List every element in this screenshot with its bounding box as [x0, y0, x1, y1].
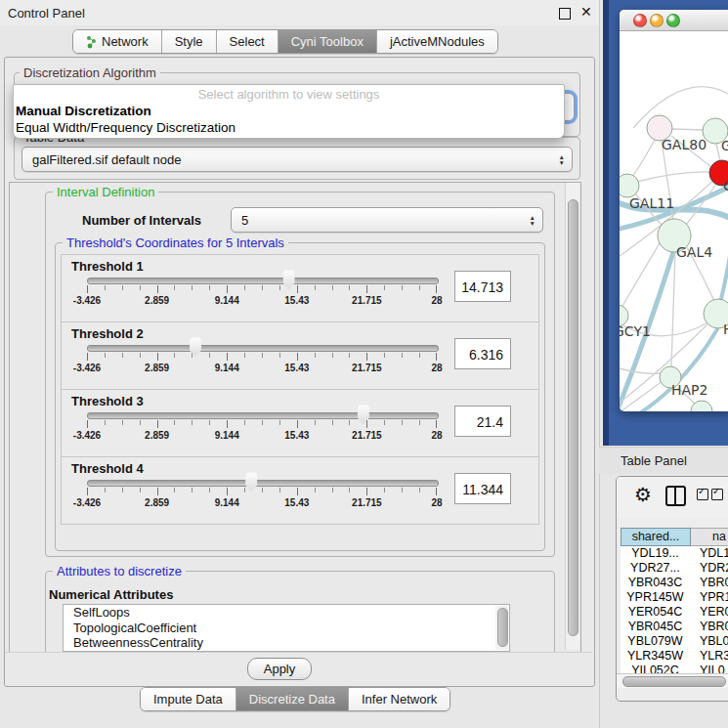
number-of-intervals-combobox[interactable]: 5 ▲ ▼: [231, 207, 543, 233]
combobox-stepper-icon[interactable]: ▲ ▼: [559, 154, 565, 165]
threshold-1-value-field[interactable]: 14.713: [454, 271, 511, 302]
apply-strip: Apply: [5, 652, 592, 685]
vertical-scrollbar[interactable]: [565, 183, 579, 650]
tab-infer-network[interactable]: Infer Network: [348, 688, 450, 710]
tab-jactive-label: jActiveMNodules: [390, 34, 485, 49]
list-scrollbar-thumb[interactable]: [497, 608, 508, 647]
threshold-3-value-field[interactable]: 21.4: [454, 406, 511, 437]
cell[interactable]: YPR1: [690, 590, 728, 605]
list-scrollbar[interactable]: [495, 606, 508, 650]
tick-label: 2.859: [145, 363, 169, 373]
table-row[interactable]: YPR145WYPR1: [621, 590, 728, 605]
node-label-h: H: [723, 321, 728, 337]
dropdown-placeholder-item[interactable]: Select algorithm to view settings: [14, 87, 564, 102]
cell[interactable]: YBR045C: [621, 620, 690, 634]
table-row[interactable]: YIL052CYIL0: [621, 664, 728, 673]
checkbox-icon[interactable]: ✓: [711, 489, 723, 500]
cell[interactable]: YDL19...: [621, 546, 690, 561]
combobox-stepper-icon[interactable]: ▲ ▼: [530, 215, 535, 226]
cell[interactable]: YBR0: [690, 620, 728, 634]
table-row[interactable]: YDR27...YDR2: [621, 561, 728, 576]
node-label-c: C: [723, 178, 728, 193]
table-row[interactable]: YLR345WYLR3: [621, 649, 728, 664]
list-item[interactable]: SelfLoops: [64, 605, 509, 621]
tab-jactivemodules[interactable]: jActiveMNodules: [376, 30, 497, 53]
cell[interactable]: YDR27...: [621, 561, 690, 576]
window-title: Control Panel: [8, 6, 85, 21]
tick-label: 2.859: [145, 295, 169, 306]
horizontal-scrollbar-thumb[interactable]: [622, 676, 726, 687]
tab-network[interactable]: Network: [73, 30, 161, 53]
tab-impute-data[interactable]: Impute Data: [141, 688, 236, 710]
list-item[interactable]: BetweennessCentrality: [64, 635, 509, 651]
vertical-scrollbar-thumb[interactable]: [568, 199, 578, 636]
tab-infer-label: Infer Network: [362, 692, 437, 707]
tick-label: 28: [431, 295, 442, 306]
tab-select[interactable]: Select: [216, 30, 278, 53]
threshold-2-slider[interactable]: -3.426 2.859 9.144 15.43 21.715 28: [87, 322, 437, 389]
threshold-3-slider[interactable]: -3.426 2.859 9.144 15.43 21.715 28: [87, 390, 437, 456]
network-window-titlebar[interactable]: [620, 10, 728, 31]
tick-label: -3.426: [73, 295, 101, 306]
cell[interactable]: YER0: [690, 605, 728, 620]
threshold-4-slider[interactable]: -3.426 2.859 9.144 15.43 21.715 28: [87, 457, 437, 524]
tick-label: 28: [431, 497, 442, 508]
tab-cyni-toolbox[interactable]: Cyni Toolbox: [278, 30, 376, 53]
slider-tick-labels: -3.426 2.859 9.144 15.43 21.715 28: [87, 430, 437, 444]
slider-track[interactable]: [87, 345, 439, 352]
tick-label: -3.426: [73, 430, 101, 441]
node-gal11[interactable]: [620, 174, 639, 197]
minimize-traffic-light[interactable]: [650, 14, 664, 27]
tick-label: 15.43: [284, 363, 309, 373]
cell[interactable]: YBL079W: [621, 634, 690, 649]
tab-impute-label: Impute Data: [153, 692, 223, 707]
table-row[interactable]: YDL19...YDL1: [621, 546, 728, 561]
dropdown-option-manual[interactable]: Manual Discretization: [16, 104, 151, 118]
stepper-down-icon[interactable]: ▼: [530, 220, 535, 226]
table-row[interactable]: YBR045CYBR0: [621, 620, 728, 634]
cell[interactable]: YIL052C: [621, 664, 690, 673]
threshold-4-value-field[interactable]: 11.344: [454, 473, 511, 504]
cell[interactable]: YBR043C: [621, 576, 690, 590]
dropdown-option-equal-width[interactable]: Equal Width/Frequency Discretization: [16, 120, 236, 135]
column-selector-icon[interactable]: [665, 486, 686, 506]
cell[interactable]: YDL1: [690, 546, 728, 561]
close-icon[interactable]: ✕: [580, 4, 592, 20]
cell[interactable]: YPR145W: [621, 590, 690, 605]
column-header-shared-name[interactable]: shared...: [621, 528, 691, 546]
float-window-icon[interactable]: [559, 8, 571, 20]
stepper-down-icon[interactable]: ▼: [559, 159, 565, 165]
cell[interactable]: YBL0: [690, 634, 728, 649]
threshold-2-value-field[interactable]: 6.316: [454, 338, 511, 369]
table-row[interactable]: YBR043CYBR0: [621, 576, 728, 590]
network-canvas[interactable]: GAL80 GA GAL11 C GAL4 GCY1 H HAP2: [620, 31, 728, 411]
cell[interactable]: YLR3: [690, 649, 728, 664]
list-item[interactable]: TopologicalCoefficient: [64, 621, 509, 636]
table-data-combobox[interactable]: galFiltered.sif default node ▲ ▼: [21, 147, 573, 172]
slider-track[interactable]: [87, 412, 439, 419]
tab-discretize-data[interactable]: Discretize Data: [236, 688, 348, 710]
slider-major-ticks: [87, 488, 437, 495]
slider-tick-labels: -3.426 2.859 9.144 15.43 21.715 28: [87, 497, 437, 511]
tab-style[interactable]: Style: [161, 30, 216, 53]
horizontal-scrollbar[interactable]: [617, 673, 728, 688]
cell[interactable]: YBR0: [690, 576, 728, 590]
gear-icon[interactable]: ⚙: [634, 485, 652, 504]
threshold-1-slider[interactable]: -3.426 2.859 9.144 15.43 21.715 28: [87, 255, 437, 321]
checkbox-icon[interactable]: ✓: [697, 489, 708, 500]
numerical-attributes-label: Numerical Attributes: [49, 587, 173, 602]
zoom-traffic-light[interactable]: [666, 14, 680, 27]
table-row[interactable]: YBL079WYBL0: [621, 634, 728, 649]
cell[interactable]: YIL0: [690, 664, 728, 673]
slider-track[interactable]: [87, 278, 439, 284]
table-row[interactable]: YER054CYER0: [621, 605, 728, 620]
numerical-attributes-list[interactable]: SelfLoops TopologicalCoefficient Between…: [63, 604, 510, 652]
cell[interactable]: YER054C: [621, 605, 690, 620]
tab-cyni-label: Cyni Toolbox: [291, 34, 364, 49]
cell[interactable]: YDR2: [690, 561, 728, 576]
apply-button[interactable]: Apply: [247, 658, 312, 680]
column-header-name[interactable]: na: [691, 528, 728, 546]
close-traffic-light[interactable]: [633, 14, 647, 27]
cell[interactable]: YLR345W: [621, 649, 690, 664]
slider-track[interactable]: [87, 480, 439, 487]
